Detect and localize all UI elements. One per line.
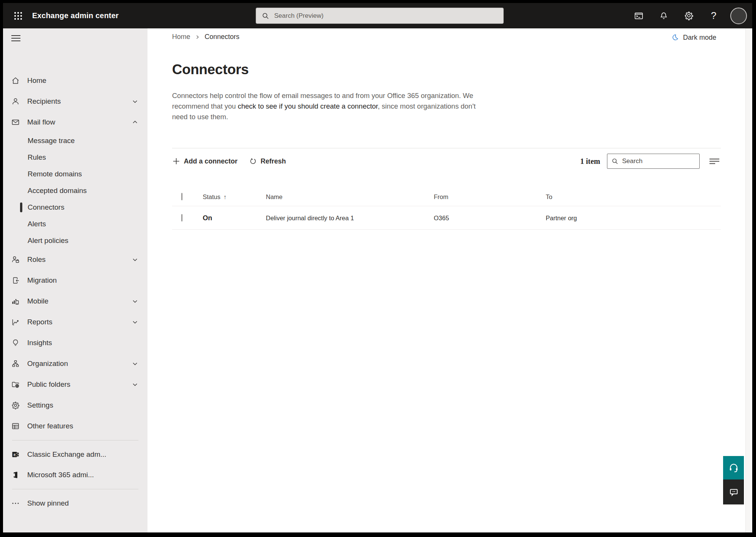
mobile-icon bbox=[11, 296, 20, 306]
breadcrumb-current[interactable]: Connectors bbox=[205, 33, 239, 41]
sidebar-item-public-folders[interactable]: Public folders bbox=[3, 374, 147, 395]
global-search-input[interactable] bbox=[274, 12, 498, 20]
sidebar-item-settings[interactable]: Settings bbox=[3, 395, 147, 416]
vertical-scrollbar[interactable] bbox=[745, 28, 751, 532]
bell-icon bbox=[659, 11, 669, 21]
sidebar-subitem-alerts[interactable]: Alerts bbox=[3, 216, 147, 232]
sidebar-item-mobile[interactable]: Mobile bbox=[3, 291, 147, 311]
add-connector-label: Add a connector bbox=[184, 157, 238, 165]
settings-button[interactable] bbox=[680, 8, 697, 24]
list-search-box[interactable] bbox=[607, 154, 700, 169]
question-mark-icon: ? bbox=[711, 10, 716, 22]
sidebar-item-label: Classic Exchange adm... bbox=[27, 450, 106, 459]
dark-mode-toggle[interactable]: Dark mode bbox=[671, 33, 716, 42]
nav-collapse-button[interactable] bbox=[11, 33, 23, 44]
support-button[interactable] bbox=[723, 456, 744, 479]
sidebar-item-label: Microsoft 365 admi... bbox=[27, 471, 94, 479]
column-header-to[interactable]: To bbox=[546, 193, 552, 200]
row-name[interactable]: Deliver journal directly to Area 1 bbox=[266, 214, 354, 221]
sidebar-item-show-pinned[interactable]: Show pinned bbox=[3, 493, 147, 514]
toolbar-divider bbox=[172, 148, 721, 148]
chevron-down-icon bbox=[132, 360, 138, 367]
column-header-name[interactable]: Name bbox=[266, 193, 283, 200]
sidebar-item-label: Settings bbox=[27, 401, 147, 409]
moon-icon bbox=[671, 33, 679, 42]
sidebar-item-microsoft-365-admin[interactable]: Microsoft 365 admi... bbox=[3, 465, 147, 485]
main-content: Home Connectors Dark mode Connectors Con… bbox=[147, 28, 752, 532]
breadcrumb: Home Connectors bbox=[172, 33, 239, 41]
person-icon bbox=[11, 97, 20, 106]
item-count: 1 item bbox=[580, 157, 600, 166]
breadcrumb-home-link[interactable]: Home bbox=[172, 33, 190, 41]
sidebar-subitem-rules[interactable]: Rules bbox=[3, 149, 147, 166]
nav-list: Home Recipients Mail flow bbox=[3, 70, 147, 514]
add-connector-button[interactable]: Add a connector bbox=[172, 157, 238, 165]
sidebar-item-label: Mobile bbox=[27, 297, 125, 305]
sidebar-item-other-features[interactable]: Other features bbox=[3, 416, 147, 436]
feedback-button[interactable] bbox=[723, 479, 744, 504]
create-connector-check-link[interactable]: check to see if you should create a conn… bbox=[238, 102, 378, 110]
sidebar-item-classic-exchange[interactable]: E Classic Exchange adm... bbox=[3, 444, 147, 465]
column-header-status[interactable]: Status↑ bbox=[203, 193, 227, 200]
gear-icon bbox=[11, 400, 20, 410]
app-window: Exchange admin center bbox=[3, 3, 752, 532]
page-title: Connectors bbox=[172, 62, 249, 78]
screenshot-frame: Exchange admin center bbox=[0, 0, 756, 537]
account-avatar[interactable] bbox=[730, 8, 747, 24]
sidebar-item-organization[interactable]: Organization bbox=[3, 353, 147, 374]
row-from: O365 bbox=[434, 214, 449, 221]
sidebar-item-migration[interactable]: Migration bbox=[3, 270, 147, 291]
microsoft-365-logo-icon bbox=[11, 470, 20, 480]
sidebar-item-roles[interactable]: Roles bbox=[3, 249, 147, 270]
page-description: Connectors help control the flow of emai… bbox=[172, 90, 501, 122]
sidebar-subitem-connectors[interactable]: Connectors bbox=[3, 199, 147, 216]
chevron-down-icon bbox=[132, 256, 138, 263]
sidebar-subitem-remote-domains[interactable]: Remote domains bbox=[3, 166, 147, 182]
sidebar-subitem-accepted-domains[interactable]: Accepted domains bbox=[3, 182, 147, 199]
sidebar-item-label: Mail flow bbox=[27, 118, 125, 126]
table-row[interactable]: On Deliver journal directly to Area 1 O3… bbox=[172, 206, 721, 230]
sidebar-subitem-alert-policies[interactable]: Alert policies bbox=[3, 232, 147, 249]
list-search-input[interactable] bbox=[622, 157, 695, 165]
powershell-button[interactable] bbox=[630, 8, 647, 24]
roles-icon bbox=[11, 255, 20, 265]
notifications-button[interactable] bbox=[655, 8, 672, 24]
migration-icon bbox=[11, 276, 20, 285]
sidebar-item-label: Home bbox=[27, 76, 147, 85]
sidebar-item-reports[interactable]: Reports bbox=[3, 311, 147, 332]
mail-icon bbox=[11, 117, 20, 127]
sidebar-divider bbox=[12, 440, 138, 440]
sidebar-subitem-message-trace[interactable]: Message trace bbox=[3, 132, 147, 149]
toolbar-right: 1 item bbox=[580, 154, 721, 169]
refresh-button[interactable]: Refresh bbox=[249, 157, 286, 165]
app-launcher-button[interactable] bbox=[11, 8, 26, 23]
row-checkbox[interactable] bbox=[182, 214, 182, 221]
sidebar-item-insights[interactable]: Insights bbox=[3, 332, 147, 353]
sidebar-item-label: Public folders bbox=[27, 380, 125, 389]
command-bar: Add a connector Refresh 1 item bbox=[172, 153, 721, 169]
sort-ascending-icon: ↑ bbox=[224, 193, 227, 200]
chevron-down-icon bbox=[132, 298, 138, 305]
table-header-row: Status↑ Name From To bbox=[172, 187, 721, 206]
table-grid-icon bbox=[11, 421, 20, 431]
column-header-from[interactable]: From bbox=[434, 193, 449, 200]
global-search-box[interactable] bbox=[256, 8, 504, 24]
terminal-icon bbox=[634, 11, 644, 21]
waffle-icon bbox=[13, 11, 23, 21]
row-to: Partner org bbox=[546, 214, 577, 221]
help-button[interactable]: ? bbox=[705, 8, 722, 24]
chevron-up-icon bbox=[132, 119, 138, 126]
ellipsis-icon bbox=[11, 498, 20, 508]
reports-chart-icon bbox=[11, 317, 20, 327]
filter-lines-icon bbox=[709, 157, 720, 166]
select-all-checkbox[interactable] bbox=[182, 193, 182, 200]
filter-button[interactable] bbox=[708, 155, 721, 168]
sidebar-item-home[interactable]: Home bbox=[3, 70, 147, 91]
org-chart-icon bbox=[11, 359, 20, 369]
refresh-icon bbox=[249, 157, 257, 165]
home-icon bbox=[11, 76, 20, 86]
sidebar-item-mail-flow[interactable]: Mail flow bbox=[3, 112, 147, 132]
plus-icon bbox=[172, 157, 180, 165]
sidebar-item-recipients[interactable]: Recipients bbox=[3, 91, 147, 112]
breadcrumb-chevron-icon bbox=[195, 34, 200, 40]
